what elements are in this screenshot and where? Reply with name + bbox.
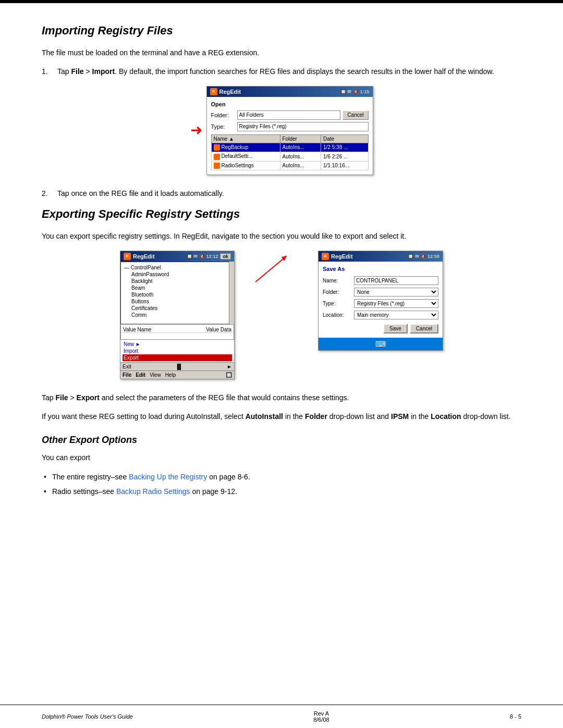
footer-date: 8/6/08 xyxy=(313,717,329,723)
saveas-name-row: Name: xyxy=(323,276,438,285)
export-label: Export xyxy=(124,355,139,361)
right-regedit-icon: R xyxy=(322,253,329,260)
file-folder-3: AutoIns... xyxy=(280,161,321,170)
footer: Dolphin® Power Tools User's Guide Rev A … xyxy=(0,705,563,728)
saveas-bottom-bar: ⌨ xyxy=(319,338,443,350)
file-table: Name ▲ Folder Date RegBackup AutoIns... … xyxy=(211,134,369,170)
tree-item-bluetooth: Bluetooth xyxy=(123,291,231,298)
file-name-1: RegBackup xyxy=(211,143,280,152)
backup-radio-link[interactable]: Backup Radio Settings xyxy=(116,487,190,496)
type-row: Type: Registry Files (*.reg) xyxy=(211,122,369,131)
saveas-type-label: Type: xyxy=(323,301,354,306)
file-name-2: DefaultSetti... xyxy=(211,152,280,161)
export-label-text: Export xyxy=(77,393,100,402)
left-titlebar: R RegEdit 🔲 ✉ 🔇 12:12 ok xyxy=(120,251,234,262)
import-dialog-body: Open Folder: All Folders Cancel Type: xyxy=(207,97,373,175)
content-area: Importing Registry Files The file must b… xyxy=(0,3,563,705)
regedit-icon: R xyxy=(210,88,217,95)
arrow-container: ➜ R RegEdit 🔲 ✉ 🔇 1:15 Open xyxy=(190,86,373,175)
keyboard-icon: ⌨ xyxy=(375,340,386,348)
export-menu-item[interactable]: Export xyxy=(123,354,232,361)
saveas-buttons: Save Cancel xyxy=(323,324,438,334)
dialog-open-title: Open xyxy=(211,101,369,107)
col-value-data: Value Data xyxy=(206,327,231,332)
saveas-location-row: Location: Main memory xyxy=(323,311,438,319)
cancel-button[interactable]: Cancel xyxy=(342,110,368,120)
saveas-folder-select[interactable]: None xyxy=(354,288,438,297)
col-folder: Folder xyxy=(280,134,321,143)
save-button[interactable]: Save xyxy=(383,324,408,334)
left-titlebar-title: RegEdit xyxy=(133,253,155,260)
tree-item-beam: Beam xyxy=(123,285,231,291)
statusbar-indicator: ▐▌ xyxy=(175,364,182,369)
menubar: File Edit View Help 🔲 xyxy=(120,371,234,379)
right-titlebar-controls: 🔲 ✉ 🔇 12:58 xyxy=(408,254,439,259)
saveas-type-row: Type: Registry Files (*.reg) xyxy=(323,299,438,308)
type-select[interactable]: Registry Files (*.reg) xyxy=(237,122,369,131)
left-regedit-icon: R xyxy=(124,253,131,260)
saveas-cancel-button[interactable]: Cancel xyxy=(410,324,438,334)
tree-scrollbar[interactable] xyxy=(229,262,234,324)
import-menu-item[interactable]: Import xyxy=(123,348,232,354)
file-row-1[interactable]: RegBackup AutoIns... 1/2 5:38 ... xyxy=(211,143,368,152)
left-titlebar-info: 🔲 ✉ 🔇 12:12 xyxy=(187,254,218,259)
bullet2-after: on page 9-12. xyxy=(190,487,237,496)
section2-title: Exporting Specific Registry Settings xyxy=(42,207,521,221)
saveas-folder-row: Folder: None xyxy=(323,288,438,297)
import-label: Import xyxy=(124,348,138,354)
file-name-3: RadioSettings xyxy=(211,161,280,170)
file-label: File xyxy=(55,393,68,402)
saveas-title: Save As xyxy=(323,266,438,272)
saveas-location-select[interactable]: Main memory xyxy=(354,311,438,319)
file-date-2: 1/6 2:26 ... xyxy=(321,152,368,161)
footer-right: 8 - 5 xyxy=(510,713,521,720)
statusbar-arrow: ► xyxy=(227,364,232,369)
file-row-3[interactable]: RadioSettings AutoIns... 1/1 10:16... xyxy=(211,161,368,170)
bullet-item-2: Radio settings–see Backup Radio Settings… xyxy=(52,486,521,497)
value-panel-header: Value Name Value Data xyxy=(123,327,231,333)
folder-select[interactable]: All Folders xyxy=(237,110,341,120)
footer-center: Rev A 8/6/08 xyxy=(313,710,329,723)
step1-text: Tap File > Import. By default, the impor… xyxy=(57,66,521,77)
menu-file[interactable]: File xyxy=(123,372,131,378)
left-titlebar-controls: 🔲 ✉ 🔇 12:12 ok xyxy=(187,253,231,260)
file-date-1: 1/2 5:38 ... xyxy=(321,143,368,152)
saveas-body: Save As Name: Folder: None Type: xyxy=(319,262,443,338)
file-icon-3 xyxy=(214,163,220,169)
footer-left: Dolphin® Power Tools User's Guide xyxy=(42,713,133,720)
section3-title: Other Export Options xyxy=(42,435,521,446)
bullet1-after: on page 8-6. xyxy=(207,473,250,481)
saveas-type-select[interactable]: Registry Files (*.reg) xyxy=(354,299,438,308)
folder-select-wrapper: All Folders xyxy=(237,110,341,120)
menu-actions: New ► Import Export xyxy=(120,340,234,362)
tree-view: — ControlPanel AdminPassword Backlight B… xyxy=(120,262,234,324)
menu-view[interactable]: View xyxy=(150,372,161,378)
bullet1-before: The entire registry–see xyxy=(52,473,129,481)
bullet-item-1: The entire registry–see Backing Up the R… xyxy=(52,471,521,483)
titlebar-controls: 🔲 ✉ 🔇 1:15 xyxy=(340,89,370,94)
folder-dropdown-label: Folder xyxy=(305,412,327,421)
section1-title: Importing Registry Files xyxy=(42,24,521,38)
backing-up-link[interactable]: Backing Up the Registry xyxy=(129,473,207,481)
tree-item-certificates: Certificates xyxy=(123,305,231,312)
dual-screenshots: R RegEdit 🔲 ✉ 🔇 12:12 ok — ControlPanel … xyxy=(42,251,521,379)
right-titlebar: R RegEdit 🔲 ✉ 🔇 12:58 xyxy=(319,251,443,262)
svg-marker-1 xyxy=(282,256,287,261)
location-dropdown-label: Location xyxy=(431,412,461,421)
tree-item-buttons: Buttons xyxy=(123,298,231,305)
menu-edit[interactable]: Edit xyxy=(136,372,145,378)
titlebar-info: 🔲 ✉ 🔇 1:15 xyxy=(340,89,370,94)
red-arrow-icon: ➜ xyxy=(190,123,202,138)
file-folder-1: AutoIns... xyxy=(280,143,321,152)
step1: 1. Tap File > Import. By default, the im… xyxy=(42,66,521,77)
saveas-name-input[interactable] xyxy=(354,276,438,285)
import-screenshot-container: ➜ R RegEdit 🔲 ✉ 🔇 1:15 Open xyxy=(42,86,521,175)
left-ok-btn: ok xyxy=(220,253,231,260)
file-row-2[interactable]: DefaultSetti... AutoIns... 1/6 2:26 ... xyxy=(211,152,368,161)
saveas-name-label: Name: xyxy=(323,278,354,283)
new-menu-item[interactable]: New ► xyxy=(123,341,232,348)
step2-text: Tap once on the REG file and it loads au… xyxy=(57,188,521,199)
menu-help[interactable]: Help xyxy=(165,372,176,378)
section1-intro: The file must be loaded on the terminal … xyxy=(42,47,521,58)
type-select-wrapper: Registry Files (*.reg) xyxy=(237,122,369,131)
